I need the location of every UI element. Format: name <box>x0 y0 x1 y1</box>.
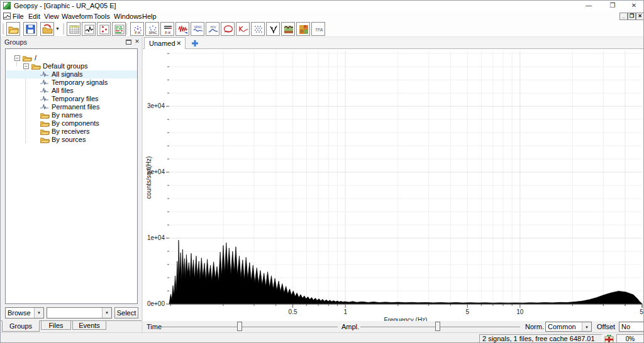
tree-item-label: By sources <box>52 136 86 144</box>
hv-tool-button[interactable]: H/V <box>206 22 219 36</box>
svg-text:3e+04: 3e+04 <box>147 102 165 109</box>
minimize-button[interactable]: — <box>579 1 598 11</box>
dock-close-icon[interactable]: ✕ <box>134 38 140 45</box>
array-response-button[interactable] <box>251 22 265 36</box>
search-combo[interactable] <box>47 307 112 318</box>
groups-panel-title: Groups <box>4 38 27 46</box>
select-button[interactable]: Select <box>114 307 138 318</box>
offset-dropdown[interactable]: No <box>619 322 644 332</box>
spac-glyph: SPAC <box>148 31 157 35</box>
import-button[interactable] <box>40 22 54 36</box>
svg-text:10: 10 <box>516 308 524 315</box>
spac-toolbox-button[interactable]: SPAC <box>145 22 159 36</box>
tab-close-icon[interactable]: ✕ <box>176 38 181 49</box>
structure-tool-button[interactable] <box>281 22 295 36</box>
mdi-close-button[interactable]: ✕ <box>636 13 644 20</box>
restore-button[interactable]: ❐ <box>603 1 622 11</box>
tab-groups[interactable]: Groups <box>2 320 40 332</box>
tab-unamed-label: Unamed <box>149 40 175 47</box>
browse-mode-dropdown[interactable]: Browse <box>5 307 44 318</box>
spac-curve-button[interactable]: SPAC <box>191 22 204 36</box>
tree-item-by-names[interactable]: By names <box>6 111 137 119</box>
add-tab-button[interactable] <box>191 39 199 48</box>
graphic-view-button[interactable] <box>82 22 96 36</box>
tree-item-by-components[interactable]: By components <box>6 119 137 128</box>
tree-item-all-signals[interactable]: All signals <box>6 70 137 79</box>
svg-text:Frequency (Hz): Frequency (Hz) <box>384 317 428 321</box>
norm-label: Norm. <box>525 323 544 330</box>
tab-unamed[interactable]: Unamed ✕ <box>144 37 186 49</box>
kv-curve-button[interactable] <box>236 22 250 36</box>
tree-item-permanent-files[interactable]: Permanent files <box>6 103 137 111</box>
folder-icon <box>40 136 50 145</box>
spectrum-tool-button[interactable] <box>175 22 189 36</box>
tree-item-root[interactable]: − / <box>6 54 137 62</box>
ampl-slider[interactable] <box>360 327 520 328</box>
map-grid-tool-button[interactable] <box>296 22 310 36</box>
offset-label: Offset <box>597 323 615 330</box>
time-slider[interactable] <box>162 327 338 328</box>
time-slider-handle[interactable] <box>237 322 242 331</box>
toolbar-handle[interactable] <box>126 23 128 35</box>
tab-events[interactable]: Events <box>72 320 106 330</box>
correlation-tool-button[interactable] <box>221 22 235 36</box>
svg-text:5: 5 <box>465 308 469 315</box>
tfa-glyph: TFA <box>315 28 323 32</box>
mdi-minimize-button[interactable]: _ <box>619 13 628 20</box>
fk-glyph: F-K <box>135 31 141 35</box>
geopsy-window: Geopsy - [Graphic - UR_AQ05 E] — ❐ ✕ Fil… <box>0 0 644 343</box>
svg-text:0e+00: 0e+00 <box>147 300 165 307</box>
svg-text:1e+04: 1e+04 <box>147 234 165 241</box>
fk-toolbox-button[interactable]: F-K <box>130 22 144 36</box>
tree-item-all-files[interactable]: All files <box>6 87 137 95</box>
map-view-button[interactable] <box>97 22 111 36</box>
damping-tool-button[interactable] <box>266 22 280 36</box>
chart-controls: Time Ampl. Norm. Common Offset No <box>143 321 644 332</box>
fk-linear-glyph: F-K <box>165 31 171 35</box>
collapse-expander-icon[interactable]: − <box>14 55 20 61</box>
menu-tools[interactable]: Tools <box>91 11 113 21</box>
window-title: Geopsy - [Graphic - UR_AQ05 E] <box>14 2 116 9</box>
tree-item-label: By components <box>52 119 99 128</box>
chevron-down-icon <box>102 308 111 318</box>
tree-item-label: Permanent files <box>52 103 99 111</box>
collapse-expander-icon[interactable]: − <box>23 63 29 69</box>
chevron-down-icon <box>582 322 591 331</box>
chevron-down-icon <box>34 308 43 318</box>
import-dropdown-caret[interactable]: ▼ <box>55 22 60 36</box>
tree-item-label: By receivers <box>52 128 90 136</box>
linear-fk-button[interactable]: F-K <box>160 22 174 36</box>
tree-item-default-groups[interactable]: − Default groups <box>6 62 137 70</box>
dock-float-icon[interactable] <box>126 40 131 45</box>
tree-item-by-sources[interactable]: By sources <box>6 136 137 144</box>
svg-text:counts/sqrt(Hz): counts/sqrt(Hz) <box>145 156 152 199</box>
toolbar-handle[interactable] <box>63 23 65 35</box>
tab-files[interactable]: Files <box>41 320 71 330</box>
status-bar: 2 signals, 1 files, free cache 6487.01 M… <box>1 332 644 343</box>
norm-dropdown[interactable]: Common <box>545 322 592 332</box>
menu-file[interactable]: File <box>9 11 27 21</box>
spectrum-chart[interactable]: 0e+001e+042e+043e+040.515105Frequency (H… <box>143 49 644 321</box>
chronogram-view-button[interactable] <box>112 22 126 36</box>
svg-text:0.5: 0.5 <box>289 308 297 315</box>
save-button[interactable] <box>23 22 37 36</box>
spac-curve-glyph: SPAC <box>194 25 203 29</box>
ampl-slider-handle[interactable] <box>435 322 440 331</box>
tree-item-label: Temporary signals <box>52 79 108 87</box>
tree-item-temporary-files[interactable]: Temporary files <box>6 95 137 103</box>
tree-item-label: Temporary files <box>52 95 99 103</box>
tree-item-temporary-signals[interactable]: Temporary signals <box>6 79 137 87</box>
close-button[interactable]: ✕ <box>625 1 643 11</box>
open-file-button[interactable] <box>6 22 20 36</box>
hv-glyph: H/V <box>210 25 216 29</box>
tfa-tool-button[interactable]: TFA <box>311 22 325 36</box>
table-view-button[interactable] <box>67 22 80 36</box>
title-bar: Geopsy - [Graphic - UR_AQ05 E] — ❐ ✕ <box>1 1 644 11</box>
toolbar-handle[interactable] <box>3 23 4 35</box>
ampl-label: Ampl. <box>341 323 359 330</box>
tree-item-by-receivers[interactable]: By receivers <box>6 128 137 136</box>
mdi-restore-button[interactable]: ❐ <box>628 13 636 20</box>
tree-item-label: All signals <box>52 70 83 79</box>
tree-item-label: / <box>35 54 36 62</box>
menu-help[interactable]: Help <box>139 11 160 21</box>
